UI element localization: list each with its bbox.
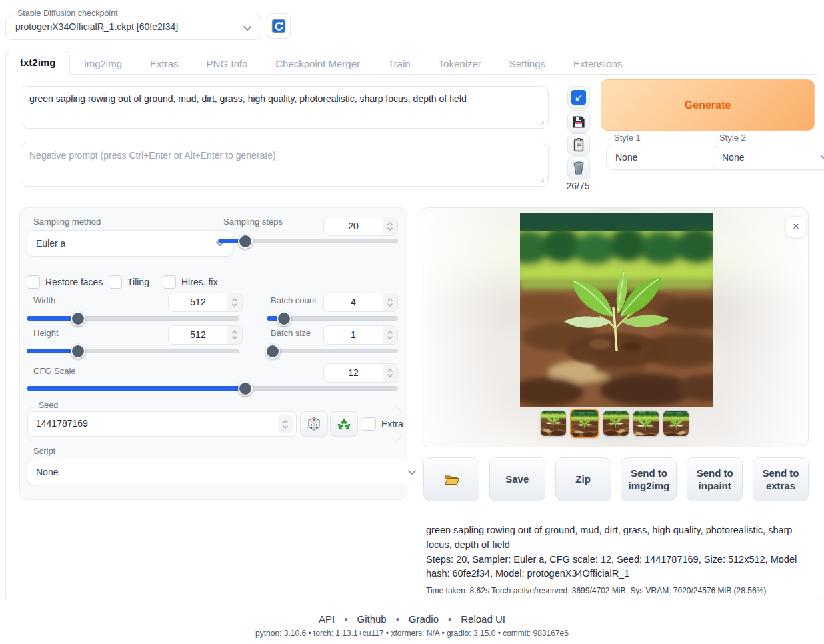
sampling-method-value: Euler a xyxy=(36,238,65,249)
footer-link-gradio[interactable]: Gradio xyxy=(409,613,439,625)
result-gallery: × xyxy=(421,207,809,447)
script-dropdown[interactable]: None xyxy=(27,459,426,485)
slider-thumb[interactable] xyxy=(71,344,85,359)
checkbox-box[interactable] xyxy=(163,275,176,289)
width-input[interactable]: 512 xyxy=(168,293,243,312)
thumbnail-2-selected[interactable] xyxy=(570,409,599,438)
seed-value: 1441787169 xyxy=(28,412,278,436)
hires-fix-checkbox[interactable]: Hires. fix xyxy=(163,275,217,289)
thumbnail-3[interactable] xyxy=(603,410,629,437)
cfg-scale-label: CFG Scale xyxy=(33,366,76,376)
stepper-arrows[interactable] xyxy=(383,293,397,311)
height-slider[interactable] xyxy=(27,349,239,353)
batch-size-input[interactable]: 1 xyxy=(323,325,398,345)
resize-grip-icon[interactable] xyxy=(539,119,546,126)
height-input[interactable]: 512 xyxy=(168,325,243,345)
batch-count-input[interactable]: 4 xyxy=(323,293,398,312)
stepper-arrows[interactable] xyxy=(227,293,242,311)
tab-settings[interactable]: Settings xyxy=(495,53,559,75)
batch-size-slider[interactable] xyxy=(267,349,398,353)
tab-extras[interactable]: Extras xyxy=(136,53,193,75)
checkbox-box[interactable] xyxy=(363,417,376,431)
trash-icon xyxy=(571,160,587,176)
thumbnail-1[interactable] xyxy=(540,410,567,437)
tab-txt2img[interactable]: txt2img xyxy=(5,51,70,75)
send-to-img2img-button[interactable]: Send to img2img xyxy=(621,457,677,501)
checkpoint-dropdown[interactable]: Stable Diffusion checkpoint protogenX34O… xyxy=(5,15,261,40)
script-value: None xyxy=(36,467,58,477)
reuse-seed-button[interactable] xyxy=(330,411,358,437)
slider-thumb[interactable] xyxy=(277,311,291,326)
style2-label: Style 2 xyxy=(719,133,746,143)
footer-link-github[interactable]: Github xyxy=(357,613,386,625)
slider-thumb[interactable] xyxy=(265,344,280,359)
chevron-down-icon xyxy=(405,465,419,479)
cfg-scale-input[interactable]: 12 xyxy=(323,363,398,383)
thumbnail-5[interactable] xyxy=(663,410,689,437)
batch-count-slider[interactable] xyxy=(267,316,398,321)
cfg-scale-slider[interactable] xyxy=(27,386,398,391)
generate-button[interactable]: Generate xyxy=(601,79,815,131)
send-to-inpaint-button[interactable]: Send to inpaint xyxy=(687,457,743,501)
stepper-arrows[interactable] xyxy=(278,415,293,433)
zip-button[interactable]: Zip xyxy=(555,457,611,501)
bullet-separator: • xyxy=(396,613,399,625)
send-to-extras-button[interactable]: Send to extras xyxy=(753,457,809,501)
thumbnail-4[interactable] xyxy=(633,410,659,437)
seed-input[interactable]: 1441787169 xyxy=(27,411,297,437)
recycle-icon xyxy=(336,416,352,432)
paste-params-button[interactable]: ↙ xyxy=(567,86,590,109)
prompt-textarea[interactable]: green sapling rowing out of ground, mud,… xyxy=(21,86,549,129)
tab-train[interactable]: Train xyxy=(374,53,425,75)
checkbox-box[interactable] xyxy=(27,275,40,289)
save-button[interactable]: Save xyxy=(489,457,545,501)
stepper-arrows[interactable] xyxy=(383,326,397,344)
tab-img2img[interactable]: img2img xyxy=(70,53,136,75)
resize-grip-icon[interactable] xyxy=(539,177,546,184)
seed-label: Seed xyxy=(35,401,61,410)
footer-link-reload-ui[interactable]: Reload UI xyxy=(461,613,505,625)
sampling-steps-slider[interactable] xyxy=(218,239,398,243)
stepper-arrows[interactable] xyxy=(227,326,242,344)
checkpoint-value: protogenX34OfficialR_1.ckpt [60fe2f34] xyxy=(15,15,238,39)
bullet-separator: • xyxy=(448,613,451,625)
restore-faces-checkbox[interactable]: Restore faces xyxy=(27,275,103,289)
chevron-down-icon xyxy=(241,21,254,35)
script-label: Script xyxy=(33,446,55,456)
style2-dropdown[interactable]: None xyxy=(713,145,824,170)
tab-extensions[interactable]: Extensions xyxy=(559,53,636,75)
generate-label: Generate xyxy=(685,99,731,111)
apply-style-button[interactable] xyxy=(567,133,590,156)
paste-arrow-icon: ↙ xyxy=(571,90,586,105)
slider-thumb[interactable] xyxy=(238,234,253,249)
footer-link-api[interactable]: API xyxy=(319,613,335,625)
random-seed-button[interactable] xyxy=(300,411,328,437)
tab-png-info[interactable]: PNG Info xyxy=(193,53,262,75)
negative-prompt-textarea[interactable]: Negative prompt (press Ctrl+Enter or Alt… xyxy=(21,143,549,187)
clear-prompt-button[interactable] xyxy=(567,157,590,179)
batch-count-value: 4 xyxy=(324,293,383,311)
spin-up-icon xyxy=(231,330,238,335)
stepper-arrows[interactable] xyxy=(383,364,397,382)
refresh-icon xyxy=(271,19,286,33)
sampling-method-dropdown[interactable]: Euler a xyxy=(27,230,234,257)
tab-tokenizer[interactable]: Tokenizer xyxy=(425,53,495,75)
save-style-button[interactable] xyxy=(567,110,590,133)
tab-checkpoint-merger[interactable]: Checkpoint Merger xyxy=(261,53,374,75)
slider-thumb[interactable] xyxy=(238,381,253,396)
checkbox-box[interactable] xyxy=(109,275,122,289)
spin-up-icon xyxy=(282,419,289,424)
generated-image[interactable] xyxy=(520,213,713,407)
width-slider[interactable] xyxy=(27,316,239,321)
sampling-steps-input[interactable]: 20 xyxy=(323,217,398,236)
open-folder-button[interactable] xyxy=(423,457,479,501)
height-value: 512 xyxy=(169,326,227,344)
extra-seed-checkbox[interactable]: Extra xyxy=(363,417,403,431)
slider-thumb[interactable] xyxy=(71,311,85,326)
refresh-checkpoints-button[interactable] xyxy=(267,13,291,39)
footer-links: API • Github • Gradio • Reload UI xyxy=(0,613,824,625)
tiling-checkbox[interactable]: Tiling xyxy=(109,275,149,289)
close-gallery-button[interactable]: × xyxy=(785,216,807,237)
stepper-arrows[interactable] xyxy=(383,217,397,235)
output-params-text: Steps: 20, Sampler: Euler a, CFG scale: … xyxy=(426,553,809,582)
